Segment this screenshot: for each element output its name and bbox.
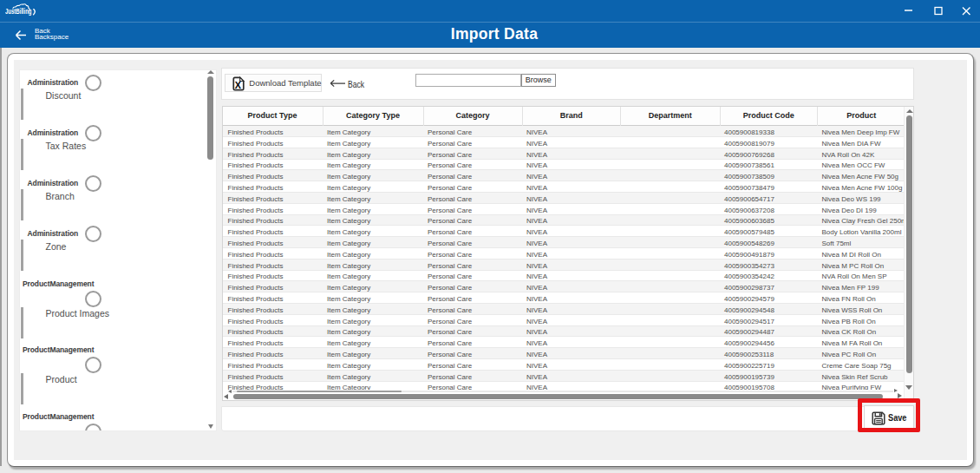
svg-text:X: X [235, 79, 242, 89]
